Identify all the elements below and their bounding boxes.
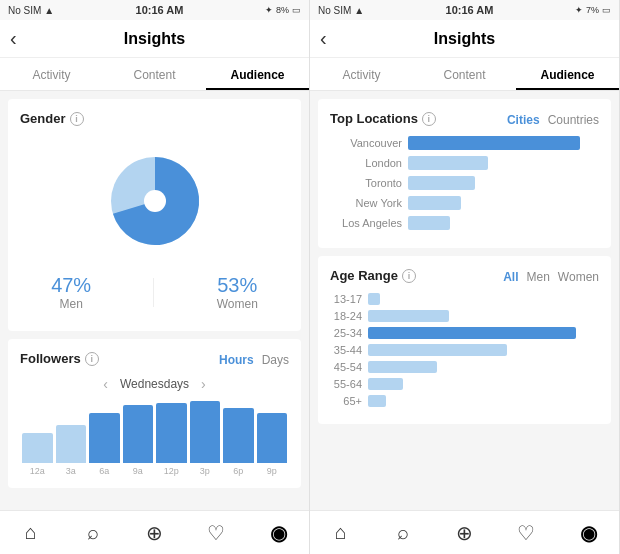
tab-activity-right[interactable]: Activity [310,58,413,90]
time-right: 10:16 AM [446,4,494,16]
followers-time-filter: Hours Days [219,353,289,367]
tab-activity-left[interactable]: Activity [0,58,103,90]
bar-group: 12p [156,403,187,476]
bottom-nav-right: ⌂⌕⊕♡◉ [310,510,619,554]
men-stat: 47% Men [51,274,91,311]
age-range-header: Age Range i All Men Women [330,268,599,285]
bar [22,433,53,463]
nav-item-search-icon[interactable]: ⌕ [372,521,434,544]
bluetooth-icon-right: ✦ [575,5,583,15]
age-bar-outer [368,310,599,322]
days-filter[interactable]: Days [262,353,289,367]
age-bar-outer [368,327,599,339]
bar-label: 9a [133,466,143,476]
battery-pct-left: 8% [276,5,289,15]
bar-label: 12a [30,466,45,476]
status-bar-left: No SIM ▲ 10:16 AM ✦ 8% ▭ [0,0,309,20]
location-bar-outer [408,196,599,210]
followers-info-icon[interactable]: i [85,352,99,366]
heart-icon: ♡ [207,521,225,545]
nav-item-heart-icon[interactable]: ♡ [495,521,557,545]
location-bar-fill [408,196,461,210]
location-row: New York [330,196,599,210]
age-label: 18-24 [330,310,362,322]
followers-card: Followers i Hours Days ‹ Wednesdays › 12… [8,339,301,488]
countries-filter[interactable]: Countries [548,113,599,127]
tab-content-left[interactable]: Content [103,58,206,90]
location-name: Los Angeles [330,217,402,229]
next-day-button[interactable]: › [201,376,206,392]
men-label: Men [51,297,91,311]
carrier-left: No SIM ▲ [8,5,54,16]
page-title-right: Insights [434,30,495,48]
age-row: 65+ [330,395,599,407]
content-left: Gender i [0,91,309,510]
all-filter[interactable]: All [503,270,518,284]
tab-content-right[interactable]: Content [413,58,516,90]
location-name: Toronto [330,177,402,189]
nav-item-home-icon[interactable]: ⌂ [310,521,372,544]
age-row: 25-34 [330,327,599,339]
age-row: 13-17 [330,293,599,305]
content-right: Top Locations i Cities Countries Vancouv… [310,91,619,510]
women-age-filter[interactable]: Women [558,270,599,284]
bar-group: 9a [123,405,154,476]
age-bar-outer [368,344,599,356]
age-bars: 13-1718-2425-3435-4445-5455-6465+ [330,293,599,407]
bar [123,405,154,463]
tab-audience-right[interactable]: Audience [516,58,619,90]
gender-title: Gender i [20,111,289,126]
gender-container: 47% Men 53% Women [20,128,289,319]
age-range-title: Age Range i [330,268,416,283]
location-bar-outer [408,156,599,170]
men-age-filter[interactable]: Men [527,270,550,284]
followers-title: Followers i [20,351,99,366]
nav-item-home-icon[interactable]: ⌂ [0,521,62,544]
add-icon: ⊕ [456,521,473,545]
gender-divider [153,278,154,307]
hours-filter[interactable]: Hours [219,353,254,367]
bar-label: 12p [164,466,179,476]
followers-header: Followers i Hours Days [20,351,289,368]
age-info-icon[interactable]: i [402,269,416,283]
wifi-icon-left: ▲ [44,5,54,16]
age-bar-fill [368,310,449,322]
location-name: London [330,157,402,169]
bar-label: 3a [66,466,76,476]
age-label: 55-64 [330,378,362,390]
bar-group: 6a [89,413,120,476]
bar [156,403,187,463]
tabs-right: Activity Content Audience [310,58,619,91]
svg-point-1 [144,190,166,212]
nav-item-add-icon[interactable]: ⊕ [124,521,186,545]
nav-item-profile-icon[interactable]: ◉ [247,521,309,545]
location-type-filter: Cities Countries [507,113,599,127]
back-button-left[interactable]: ‹ [10,27,17,50]
header-right: ‹ Insights [310,20,619,58]
age-label: 45-54 [330,361,362,373]
status-bar-right: No SIM ▲ 10:16 AM ✦ 7% ▭ [310,0,619,20]
nav-item-add-icon[interactable]: ⊕ [434,521,496,545]
location-name: New York [330,197,402,209]
location-bar-outer [408,136,599,150]
gender-info-icon[interactable]: i [70,112,84,126]
bar-group: 9p [257,413,288,476]
tab-audience-left[interactable]: Audience [206,58,309,90]
locations-info-icon[interactable]: i [422,112,436,126]
cities-filter[interactable]: Cities [507,113,540,127]
nav-item-profile-icon[interactable]: ◉ [557,521,619,545]
bar-group: 12a [22,433,53,476]
prev-day-button[interactable]: ‹ [103,376,108,392]
age-bar-fill [368,327,576,339]
nav-item-search-icon[interactable]: ⌕ [62,521,124,544]
bar-group: 3p [190,401,221,476]
age-label: 13-17 [330,293,362,305]
home-icon: ⌂ [335,521,347,544]
nav-item-heart-icon[interactable]: ♡ [185,521,247,545]
age-row: 55-64 [330,378,599,390]
location-bar-fill [408,156,488,170]
battery-area-left: ✦ 8% ▭ [265,5,301,15]
carrier-right: No SIM ▲ [318,5,364,16]
left-phone-panel: No SIM ▲ 10:16 AM ✦ 8% ▭ ‹ Insights Acti… [0,0,310,554]
back-button-right[interactable]: ‹ [320,27,327,50]
